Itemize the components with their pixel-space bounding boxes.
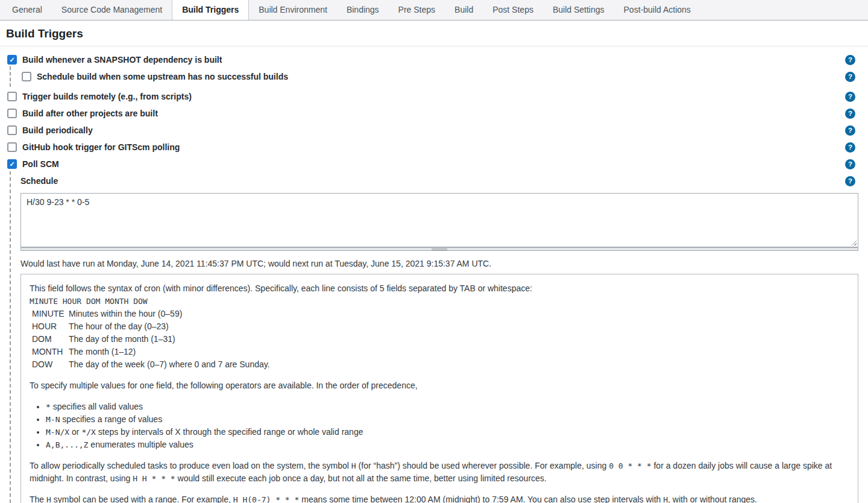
help-icon-schedule[interactable]: ? bbox=[845, 176, 855, 186]
text-run: would still execute each job once a day,… bbox=[175, 473, 547, 483]
trigger-row-build-periodically: Build periodically? bbox=[0, 122, 868, 139]
tab-bindings[interactable]: Bindings bbox=[337, 0, 389, 20]
help-icon-snapshot-dependency[interactable]: ? bbox=[845, 55, 855, 65]
checkbox-after-other-projects[interactable] bbox=[7, 109, 17, 118]
trigger-row-after-other-projects: Build after other projects are built? bbox=[0, 105, 868, 122]
code-snippet: H H * * * bbox=[133, 474, 175, 483]
tab-general[interactable]: General bbox=[2, 0, 52, 20]
text-run: or bbox=[69, 427, 81, 437]
cron-operators-list: * specifies all valid valuesM-N specifie… bbox=[30, 400, 849, 451]
cron-operators-intro: To specify multiple values for one field… bbox=[30, 379, 849, 392]
cron-field-definition: Minutes within the hour (0–59) bbox=[69, 308, 270, 320]
tab-source-code-management[interactable]: Source Code Management bbox=[52, 0, 172, 20]
tab-post-build-actions[interactable]: Post-build Actions bbox=[614, 0, 700, 20]
trigger-label-remote-trigger[interactable]: Trigger builds remotely (e.g., from scri… bbox=[22, 92, 192, 101]
schedule-textarea-wrap: H/30 9-23 * * 0-5 bbox=[20, 193, 858, 247]
text-run: symbol can be used with a range. For exa… bbox=[51, 495, 233, 503]
help-icon-build-periodically[interactable]: ? bbox=[845, 125, 855, 136]
code-snippet: H bbox=[663, 495, 668, 503]
checkbox-snapshot-dependency[interactable]: ✓ bbox=[7, 55, 17, 65]
tree-connector-line bbox=[10, 171, 11, 503]
cron-operator-item: * specifies all valid values bbox=[46, 400, 849, 413]
code-snippet: H H(0-7) * * * bbox=[233, 495, 300, 503]
text-run: enumerates multiple values bbox=[88, 440, 193, 449]
help-icon-github-hook[interactable]: ? bbox=[845, 142, 855, 153]
code-snippet: 0 0 * * * bbox=[609, 461, 651, 470]
cron-syntax-header: MINUTE HOUR DOM MONTH DOW bbox=[30, 295, 849, 308]
help-icon-remote-trigger[interactable]: ? bbox=[845, 92, 855, 102]
checkbox-github-hook[interactable] bbox=[7, 142, 17, 152]
trigger-row-remote-trigger: Trigger builds remotely (e.g., from scri… bbox=[0, 88, 868, 105]
tab-post-steps[interactable]: Post Steps bbox=[483, 0, 543, 20]
schedule-row: Schedule ? bbox=[0, 172, 868, 189]
help-icon-after-other-projects[interactable]: ? bbox=[845, 109, 855, 119]
cron-fields-table: MINUTEMinutes within the hour (0–59)HOUR… bbox=[30, 308, 270, 371]
cron-field-term: MINUTE bbox=[30, 308, 69, 320]
cron-field-term: DOM bbox=[30, 333, 69, 346]
cron-operator-item: M-N specifies a range of values bbox=[46, 413, 849, 426]
cron-operator-item: A,B,...,Z enumerates multiple values bbox=[46, 438, 849, 451]
checkbox-upstream-no-success[interactable] bbox=[22, 72, 31, 81]
tab-pre-steps[interactable]: Pre Steps bbox=[389, 0, 445, 20]
trigger-label-snapshot-dependency[interactable]: Build whenever a SNAPSHOT dependency is … bbox=[22, 55, 222, 65]
help-icon-upstream-no-success[interactable]: ? bbox=[845, 72, 855, 82]
page-title: Build Triggers bbox=[0, 21, 868, 46]
help-icon-poll-scm[interactable]: ? bbox=[845, 159, 855, 169]
trigger-row-github-hook: GitHub hook trigger for GITScm polling? bbox=[0, 139, 868, 156]
text-run: specifies a range of values bbox=[60, 414, 162, 424]
tab-build[interactable]: Build bbox=[445, 0, 483, 20]
cron-field-definition: The hour of the day (0–23) bbox=[69, 320, 270, 333]
text-run: steps by intervals of X through the spec… bbox=[96, 427, 363, 437]
code-snippet: A,B,...,Z bbox=[46, 440, 88, 449]
code-snippet: * bbox=[46, 402, 51, 411]
cron-hash-paragraph: To allow periodically scheduled tasks to… bbox=[30, 460, 849, 485]
checkbox-build-periodically[interactable] bbox=[7, 125, 17, 135]
cron-field-definition: The day of the week (0–7) where 0 and 7 … bbox=[69, 358, 270, 371]
code-snippet: H bbox=[46, 495, 51, 503]
schedule-preview-text: Would last have run at Monday, June 14, … bbox=[20, 259, 858, 268]
cron-field-row: MINUTEMinutes within the hour (0–59) bbox=[30, 308, 270, 320]
cron-field-definition: The month (1–12) bbox=[69, 346, 270, 358]
cron-range-paragraph: The H symbol can be used with a range. F… bbox=[30, 493, 849, 503]
trigger-label-upstream-no-success[interactable]: Schedule build when some upstream has no… bbox=[37, 72, 288, 81]
tree-connector-line bbox=[10, 66, 11, 87]
code-snippet: H bbox=[351, 461, 356, 470]
text-run: The bbox=[30, 495, 46, 503]
trigger-label-build-periodically[interactable]: Build periodically bbox=[22, 125, 93, 135]
cron-field-row: HOURThe hour of the day (0–23) bbox=[30, 320, 270, 333]
trigger-row-snapshot-dependency: ✓Build whenever a SNAPSHOT dependency is… bbox=[0, 51, 868, 68]
code-snippet: M-N bbox=[46, 415, 60, 424]
trigger-label-poll-scm[interactable]: Poll SCM bbox=[22, 159, 59, 169]
drag-grip-icon bbox=[432, 248, 447, 249]
cron-field-row: DOMThe day of the month (1–31) bbox=[30, 333, 270, 346]
tab-build-settings[interactable]: Build Settings bbox=[543, 0, 614, 20]
text-run: , with or without ranges. bbox=[668, 495, 757, 503]
cron-field-term: HOUR bbox=[30, 320, 69, 333]
trigger-label-after-other-projects[interactable]: Build after other projects are built bbox=[22, 109, 158, 118]
trigger-row-poll-scm: ✓Poll SCM? bbox=[0, 156, 868, 172]
cron-field-definition: The day of the month (1–31) bbox=[69, 333, 270, 346]
code-snippet: M-N/X bbox=[46, 428, 69, 437]
checkbox-remote-trigger[interactable] bbox=[7, 92, 17, 101]
schedule-field-label: Schedule bbox=[20, 176, 58, 186]
code-snippet: */X bbox=[81, 428, 95, 437]
tab-build-environment[interactable]: Build Environment bbox=[249, 0, 337, 20]
text-run: To allow periodically scheduled tasks to… bbox=[30, 461, 351, 470]
schedule-input[interactable]: H/30 9-23 * * 0-5 bbox=[20, 193, 858, 247]
text-run: specifies all valid values bbox=[51, 402, 143, 411]
cron-help-intro: This field follows the syntax of cron (w… bbox=[30, 282, 849, 295]
trigger-label-github-hook[interactable]: GitHub hook trigger for GITScm polling bbox=[22, 142, 180, 152]
checkbox-poll-scm[interactable]: ✓ bbox=[7, 159, 17, 169]
cron-help-box: This field follows the syntax of cron (w… bbox=[20, 274, 858, 503]
text-run: (for “hash”) should be used wherever pos… bbox=[356, 461, 609, 470]
textarea-drag-bar[interactable] bbox=[20, 247, 858, 251]
tab-build-triggers[interactable]: Build Triggers bbox=[172, 0, 249, 20]
cron-field-row: DOWThe day of the week (0–7) where 0 and… bbox=[30, 358, 270, 371]
cron-field-term: DOW bbox=[30, 358, 69, 371]
trigger-rows: ✓Build whenever a SNAPSHOT dependency is… bbox=[0, 46, 868, 172]
cron-field-row: MONTHThe month (1–12) bbox=[30, 346, 270, 358]
config-tabbar: GeneralSource Code ManagementBuild Trigg… bbox=[0, 0, 868, 21]
text-run: means some time between 12:00 AM (midnig… bbox=[299, 495, 663, 503]
trigger-row-upstream-no-success: Schedule build when some upstream has no… bbox=[0, 68, 868, 85]
cron-operator-item: M-N/X or */X steps by intervals of X thr… bbox=[46, 426, 849, 438]
